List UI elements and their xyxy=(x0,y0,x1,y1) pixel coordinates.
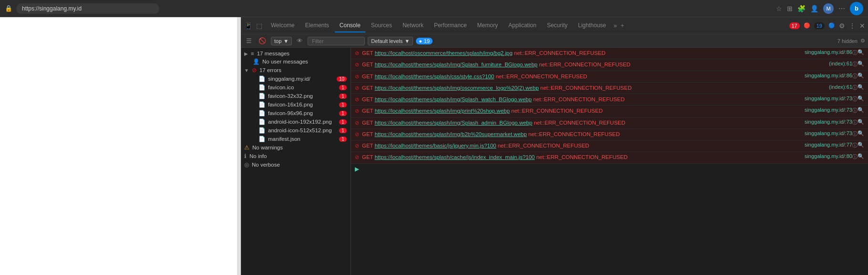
log-text: GET https://localhost/themes/splash/css/… xyxy=(362,73,801,81)
tab-sources[interactable]: Sources xyxy=(366,19,397,32)
extensions-icon[interactable]: 🧩 xyxy=(797,5,806,12)
source-item-4[interactable]: 📄 favicon-96x96.png 1 xyxy=(241,109,351,117)
source-item-1[interactable]: 📄 favicon.ico 1 xyxy=(241,83,351,92)
top-filter-dropdown[interactable]: top ▼ xyxy=(271,37,292,45)
log-entry: ⊘ GET https://localhost/themes/splash/im… xyxy=(351,106,868,117)
info-action-btn[interactable]: ⓘ xyxy=(852,130,858,138)
tab-memory[interactable]: Memory xyxy=(473,19,503,32)
log-url[interactable]: https://localhost/themes/splash/img/Spla… xyxy=(375,120,533,126)
source-link[interactable]: singgalang.my.id/:86 xyxy=(805,49,852,55)
settings-icon[interactable]: ⚙ xyxy=(839,22,845,30)
more-icon[interactable]: ⋯ xyxy=(838,5,845,12)
source-item-5[interactable]: 📄 android-icon-192x192.png 1 xyxy=(241,117,351,126)
search-action-btn[interactable]: 🔍 xyxy=(858,49,864,55)
info-action-btn[interactable]: ⓘ xyxy=(852,153,858,160)
source-link[interactable]: singgalang.my.id/:86 xyxy=(805,73,852,78)
source-link[interactable]: singgalang.my.id/:73 xyxy=(805,119,852,125)
search-action-btn[interactable]: 🔍 xyxy=(858,61,864,67)
tab-performance[interactable]: Performance xyxy=(429,19,472,32)
tab-console[interactable]: Console xyxy=(335,19,365,32)
source-item-3[interactable]: 📄 favicon-16x16.png 1 xyxy=(241,100,351,109)
log-url[interactable]: https://localhost/themes/splash/img/b2b%… xyxy=(375,131,527,137)
dots-icon[interactable]: ⋮ xyxy=(849,22,856,30)
search-action-btn[interactable]: 🔍 xyxy=(858,119,864,125)
search-action-btn[interactable]: 🔍 xyxy=(858,84,864,90)
log-entry: ⊘ GET https://localhost/themes/splash/im… xyxy=(351,117,868,129)
avatar[interactable]: M xyxy=(823,3,834,14)
errors-header[interactable]: ▼ ⊘ 17 errors xyxy=(241,66,351,74)
settings-console-icon[interactable]: ⚙ xyxy=(860,38,865,44)
levels-dropdown[interactable]: Default levels ▼ xyxy=(368,37,413,45)
errors-icon: ⊘ xyxy=(252,67,257,74)
error-message: net::ERR_CONNECTION_REFUSED xyxy=(536,154,628,160)
source-link[interactable]: singgalang.my.id/:80 xyxy=(805,153,852,159)
info-action-btn[interactable]: ⓘ xyxy=(852,84,858,91)
search-action-btn[interactable]: 🔍 xyxy=(858,153,864,159)
search-action-btn[interactable]: 🔍 xyxy=(858,107,864,113)
profile-icon[interactable]: 👤 xyxy=(810,5,818,12)
source-link[interactable]: (index):61 xyxy=(829,84,852,90)
source-link[interactable]: singgalang.my.id/:73 xyxy=(805,130,852,136)
file-icon-5: 📄 xyxy=(258,118,265,125)
tab-network[interactable]: Network xyxy=(398,19,428,32)
grid-icon[interactable]: ⊞ xyxy=(787,5,793,12)
info-action-btn[interactable]: ⓘ xyxy=(852,107,858,114)
console-prompt[interactable]: ▶ xyxy=(351,164,868,174)
source-item-6[interactable]: 📄 android-icon-512x512.png 1 xyxy=(241,126,351,135)
log-url[interactable]: https://localhost/themes/splash/img/prin… xyxy=(375,108,510,114)
tab-security[interactable]: Security xyxy=(542,19,572,32)
clear-console-icon[interactable]: 🚫 xyxy=(257,36,268,45)
info-action-btn[interactable]: ⓘ xyxy=(852,73,858,80)
search-action-btn[interactable]: 🔍 xyxy=(858,130,864,137)
filter-input[interactable] xyxy=(308,37,365,45)
add-tab-icon[interactable]: ＋ xyxy=(620,21,625,30)
source-link[interactable]: singgalang.my.id/:73 xyxy=(805,95,852,101)
http-method: GET xyxy=(362,74,375,79)
source-item-2[interactable]: 📄 favicon-32x32.png 1 xyxy=(241,92,351,100)
log-url[interactable]: https://localhost/oscommerce/themes/spla… xyxy=(375,50,513,56)
search-action-btn[interactable]: 🔍 xyxy=(858,142,864,148)
source-name-1: favicon.ico xyxy=(268,85,294,90)
source-link[interactable]: singgalang.my.id/:77 xyxy=(805,142,852,148)
console-toolbar: ☰ 🚫 top ▼ 👁 Default levels ▼ ● 19 7 hidd… xyxy=(241,34,868,48)
star-icon[interactable]: ☆ xyxy=(776,5,782,12)
more-tabs-icon[interactable]: » xyxy=(614,22,617,29)
address-bar[interactable]: https://singgalang.my.id xyxy=(16,3,159,14)
error-message: net::ERR_CONNECTION_REFUSED xyxy=(540,85,632,91)
search-action-btn[interactable]: 🔍 xyxy=(858,95,864,102)
console-log: ⊘ GET https://localhost/oscommerce/theme… xyxy=(351,48,868,275)
search-action-btn[interactable]: 🔍 xyxy=(858,73,864,79)
messages-header[interactable]: ▶ ≡ 17 messages xyxy=(241,50,351,57)
info-action-btn[interactable]: ⓘ xyxy=(852,61,858,68)
toggle-sidebar-icon[interactable]: ☰ xyxy=(244,36,254,45)
info-action-btn[interactable]: ⓘ xyxy=(852,95,858,103)
tab-welcome[interactable]: Welcome xyxy=(266,19,300,32)
source-item-0[interactable]: 📄 singgalang.my.id/ 10 xyxy=(241,74,351,83)
info-action-btn[interactable]: ⓘ xyxy=(852,119,858,126)
info-action-btn[interactable]: ⓘ xyxy=(852,49,858,56)
source-item-7[interactable]: 📄 manifest.json 1 xyxy=(241,135,351,143)
error-message: net::ERR_CONNECTION_REFUSED xyxy=(514,50,606,56)
log-url[interactable]: https://localhost/themes/splash/css/styl… xyxy=(375,74,495,79)
source-link[interactable]: singgalang.my.id/:73 xyxy=(805,107,852,113)
tab-elements[interactable]: Elements xyxy=(300,19,334,32)
tab-application[interactable]: Application xyxy=(504,19,541,32)
eye-icon[interactable]: 👁 xyxy=(295,36,305,45)
http-method: GET xyxy=(362,143,375,148)
close-devtools-icon[interactable]: ✕ xyxy=(859,22,865,30)
log-url[interactable]: https://localhost/themes/splash/img/Spla… xyxy=(375,62,537,67)
info-action-btn[interactable]: ⓘ xyxy=(852,142,858,149)
log-url[interactable]: https://localhost/themes/splash/cache/js… xyxy=(375,154,535,160)
select-element-icon[interactable]: ⬚ xyxy=(256,22,262,30)
log-url[interactable]: https://localhost/themes/splash/img/Spla… xyxy=(375,96,532,102)
log-url[interactable]: https://localhost/themes/splash/img/osco… xyxy=(375,85,539,91)
error-circle-icon: ⊘ xyxy=(355,131,359,138)
bing-button[interactable]: b xyxy=(850,2,863,15)
viewport-scrollbar[interactable] xyxy=(237,17,241,275)
log-url[interactable]: https://localhost/themes/basic/js/jquery… xyxy=(375,143,496,148)
source-link[interactable]: (index):61 xyxy=(829,61,852,66)
error-circle-icon: ⊘ xyxy=(355,74,359,80)
device-toggle-icon[interactable]: 📱 xyxy=(244,22,252,30)
tab-lighthouse[interactable]: Lighthouse xyxy=(573,19,611,32)
http-method: GET xyxy=(362,96,375,102)
